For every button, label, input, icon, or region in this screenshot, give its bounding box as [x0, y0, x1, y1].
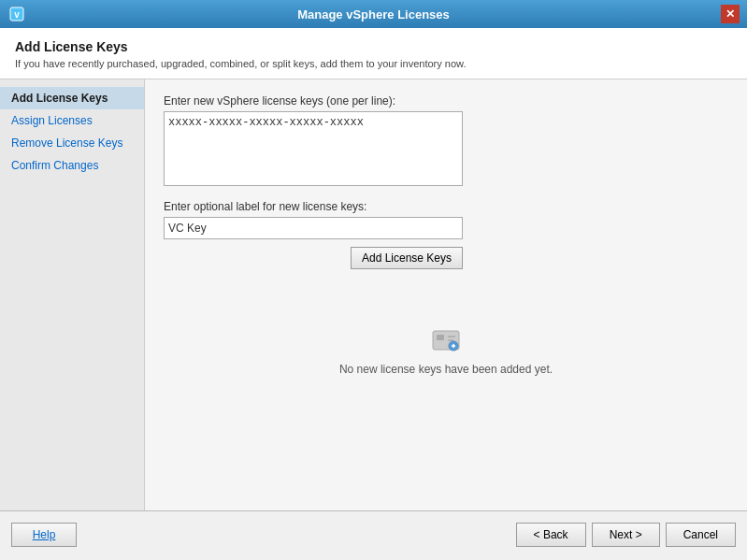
no-keys-text: No new license keys have been added yet. [339, 363, 553, 376]
header-subtitle: If you have recently purchased, upgraded… [15, 58, 732, 69]
help-button[interactable]: Help [11, 523, 77, 547]
no-keys-icon [431, 325, 461, 355]
sidebar-label-add-license-keys: Add License Keys [11, 92, 108, 105]
window-title: Manage vSphere Licenses [26, 7, 721, 22]
sidebar-label-confirm-changes: Confirm Changes [11, 159, 98, 172]
sidebar-label-remove-license-keys: Remove License Keys [11, 136, 122, 150]
sidebar-label-assign-licenses: Assign Licenses [11, 114, 93, 127]
optional-label-text: Enter optional label for new license key… [164, 200, 728, 213]
footer-left: Help [11, 523, 77, 547]
sidebar-item-confirm-changes[interactable]: Confirm Changes [0, 154, 144, 177]
close-button[interactable]: ✕ [721, 5, 740, 23]
license-keys-label: Enter new vSphere license keys (one per … [164, 94, 728, 108]
main-area: Add License Keys Assign Licenses Remove … [0, 79, 747, 510]
back-button[interactable]: < Back [516, 523, 586, 547]
title-bar: v Manage vSphere Licenses ✕ [0, 0, 747, 28]
sidebar-item-add-license-keys[interactable]: Add License Keys [0, 87, 144, 109]
license-keys-textarea[interactable]: xxxxx-xxxxx-xxxxx-xxxxx-xxxxx [164, 111, 463, 186]
footer-right: < Back Next > Cancel [516, 523, 736, 547]
cancel-button[interactable]: Cancel [666, 523, 736, 547]
svg-rect-3 [437, 335, 444, 340]
sidebar-item-remove-license-keys[interactable]: Remove License Keys [0, 132, 144, 154]
add-license-btn-row: Add License Keys [164, 239, 463, 269]
add-license-keys-button[interactable]: Add License Keys [351, 247, 463, 269]
optional-section: Enter optional label for new license key… [164, 200, 728, 239]
header-section: Add License Keys If you have recently pu… [0, 28, 747, 79]
svg-text:v: v [14, 9, 20, 20]
header-title: Add License Keys [15, 39, 732, 54]
footer: Help < Back Next > Cancel [0, 510, 747, 557]
content-area: Enter new vSphere license keys (one per … [145, 79, 747, 510]
no-keys-area: No new license keys have been added yet. [164, 325, 728, 376]
sidebar-item-assign-licenses[interactable]: Assign Licenses [0, 109, 144, 132]
optional-label-input[interactable] [164, 217, 463, 239]
app-icon: v [7, 5, 26, 23]
sidebar: Add License Keys Assign Licenses Remove … [0, 79, 145, 510]
next-button[interactable]: Next > [592, 523, 660, 547]
